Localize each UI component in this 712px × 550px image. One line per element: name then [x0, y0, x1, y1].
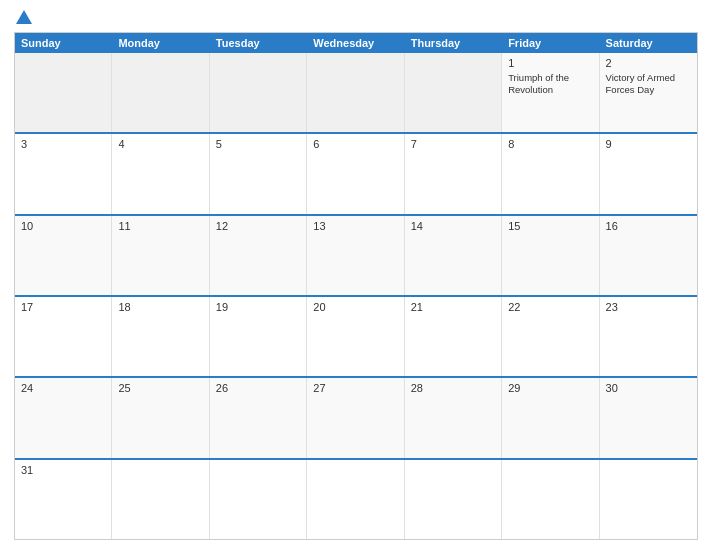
day-header-friday: Friday — [502, 33, 599, 53]
day-cell: 8 — [502, 134, 599, 213]
day-cell — [112, 460, 209, 539]
day-cell: 6 — [307, 134, 404, 213]
day-number: 7 — [411, 138, 495, 150]
day-cell: 7 — [405, 134, 502, 213]
day-cell: 12 — [210, 216, 307, 295]
day-cell: 1Triumph of the Revolution — [502, 53, 599, 132]
day-header-thursday: Thursday — [405, 33, 502, 53]
day-cell: 9 — [600, 134, 697, 213]
day-number: 13 — [313, 220, 397, 232]
day-number: 29 — [508, 382, 592, 394]
week-row-3: 10111213141516 — [15, 214, 697, 295]
day-cell: 11 — [112, 216, 209, 295]
day-cell — [210, 53, 307, 132]
day-cell: 13 — [307, 216, 404, 295]
day-number: 1 — [508, 57, 592, 69]
day-cell: 19 — [210, 297, 307, 376]
day-cell: 14 — [405, 216, 502, 295]
day-number: 11 — [118, 220, 202, 232]
day-cell: 16 — [600, 216, 697, 295]
day-header-monday: Monday — [112, 33, 209, 53]
day-number: 12 — [216, 220, 300, 232]
day-cell: 31 — [15, 460, 112, 539]
day-event: Victory of Armed Forces Day — [606, 72, 676, 95]
day-cell: 3 — [15, 134, 112, 213]
day-cell — [307, 53, 404, 132]
week-row-5: 24252627282930 — [15, 376, 697, 457]
day-number: 20 — [313, 301, 397, 313]
day-cell — [307, 460, 404, 539]
logo-blue-section — [14, 10, 32, 26]
day-event: Triumph of the Revolution — [508, 72, 569, 95]
day-cell: 22 — [502, 297, 599, 376]
day-number: 10 — [21, 220, 105, 232]
day-cell — [405, 460, 502, 539]
logo-triangle-icon — [16, 10, 32, 24]
day-number: 15 — [508, 220, 592, 232]
day-cell: 20 — [307, 297, 404, 376]
day-cell — [600, 460, 697, 539]
day-number: 27 — [313, 382, 397, 394]
day-cell — [502, 460, 599, 539]
day-number: 8 — [508, 138, 592, 150]
day-number: 2 — [606, 57, 691, 69]
day-number: 18 — [118, 301, 202, 313]
day-cell: 28 — [405, 378, 502, 457]
day-cell: 23 — [600, 297, 697, 376]
day-number: 23 — [606, 301, 691, 313]
day-cell: 18 — [112, 297, 209, 376]
day-cell — [112, 53, 209, 132]
day-cell: 29 — [502, 378, 599, 457]
day-number: 5 — [216, 138, 300, 150]
day-cell: 4 — [112, 134, 209, 213]
day-number: 3 — [21, 138, 105, 150]
day-cell: 2Victory of Armed Forces Day — [600, 53, 697, 132]
day-cell: 30 — [600, 378, 697, 457]
days-header-row: SundayMondayTuesdayWednesdayThursdayFrid… — [15, 33, 697, 53]
header — [14, 10, 698, 26]
day-cell: 21 — [405, 297, 502, 376]
week-row-6: 31 — [15, 458, 697, 539]
day-cell: 27 — [307, 378, 404, 457]
day-cell: 17 — [15, 297, 112, 376]
day-number: 17 — [21, 301, 105, 313]
day-cell: 26 — [210, 378, 307, 457]
day-cell: 10 — [15, 216, 112, 295]
calendar-grid: 1Triumph of the Revolution2Victory of Ar… — [15, 53, 697, 539]
calendar-page: SundayMondayTuesdayWednesdayThursdayFrid… — [0, 0, 712, 550]
day-number: 25 — [118, 382, 202, 394]
day-number: 4 — [118, 138, 202, 150]
day-number: 31 — [21, 464, 105, 476]
day-cell — [210, 460, 307, 539]
day-header-wednesday: Wednesday — [307, 33, 404, 53]
day-number: 16 — [606, 220, 691, 232]
day-cell: 15 — [502, 216, 599, 295]
day-header-saturday: Saturday — [600, 33, 697, 53]
day-header-tuesday: Tuesday — [210, 33, 307, 53]
day-number: 26 — [216, 382, 300, 394]
calendar-table: SundayMondayTuesdayWednesdayThursdayFrid… — [14, 32, 698, 540]
day-cell — [405, 53, 502, 132]
day-number: 19 — [216, 301, 300, 313]
day-header-sunday: Sunday — [15, 33, 112, 53]
day-number: 21 — [411, 301, 495, 313]
week-row-4: 17181920212223 — [15, 295, 697, 376]
day-number: 30 — [606, 382, 691, 394]
day-number: 9 — [606, 138, 691, 150]
day-number: 14 — [411, 220, 495, 232]
week-row-2: 3456789 — [15, 132, 697, 213]
logo — [14, 10, 32, 26]
day-number: 6 — [313, 138, 397, 150]
day-cell: 25 — [112, 378, 209, 457]
day-number: 24 — [21, 382, 105, 394]
week-row-1: 1Triumph of the Revolution2Victory of Ar… — [15, 53, 697, 132]
day-cell: 5 — [210, 134, 307, 213]
day-cell: 24 — [15, 378, 112, 457]
day-number: 28 — [411, 382, 495, 394]
day-cell — [15, 53, 112, 132]
day-number: 22 — [508, 301, 592, 313]
